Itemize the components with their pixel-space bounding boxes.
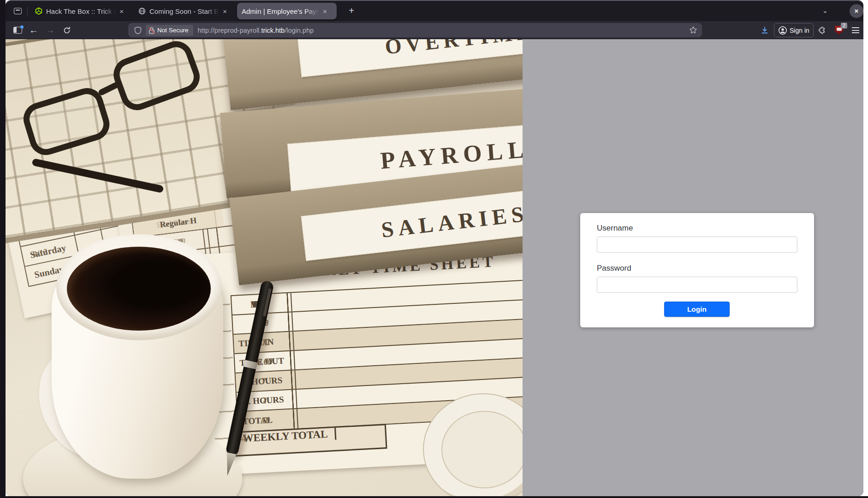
forward-arrow-icon: → bbox=[46, 25, 55, 36]
downloads-button[interactable] bbox=[759, 21, 771, 39]
url-domain: trick.htb bbox=[261, 27, 285, 34]
new-tab-button[interactable]: + bbox=[345, 5, 358, 18]
extensions-button[interactable] bbox=[815, 21, 828, 39]
not-secure-label: Not Secure bbox=[157, 27, 189, 34]
payroll-hero-photo: Tue 9/9 Wednes 9/10 Thursday 9/11 Friday… bbox=[6, 39, 523, 496]
sign-in-label: Sign in bbox=[790, 27, 809, 34]
desktop-edge-bottom bbox=[0, 496, 868, 498]
extension-badge: 2 bbox=[841, 23, 847, 29]
eyeglasses-lens bbox=[19, 84, 113, 159]
menu-bar bbox=[852, 32, 859, 33]
tab-close-icon[interactable]: × bbox=[223, 8, 227, 15]
account-person-icon bbox=[778, 26, 787, 35]
binder-label: OVERTIME bbox=[297, 39, 523, 77]
tab-close-icon[interactable]: × bbox=[323, 8, 327, 15]
tab-close-icon[interactable]: × bbox=[119, 8, 124, 15]
pen-band bbox=[244, 360, 257, 369]
sidebar-toggle-icon[interactable] bbox=[9, 21, 26, 39]
sidebar-rect bbox=[13, 27, 22, 34]
username-input[interactable] bbox=[597, 237, 797, 253]
back-arrow-icon: ← bbox=[29, 25, 38, 36]
globe-icon bbox=[138, 7, 146, 15]
download-icon bbox=[761, 26, 769, 35]
tab-strip: Hack The Box :: Trick Mac × Coming Soon … bbox=[6, 1, 863, 21]
puzzle-piece-icon bbox=[817, 26, 826, 35]
back-button[interactable]: ← bbox=[26, 21, 42, 39]
reload-icon bbox=[63, 26, 71, 35]
login-button[interactable]: Login bbox=[664, 302, 730, 317]
tab-title: Hack The Box :: Trick Mac bbox=[46, 7, 116, 15]
tab-coming-soon[interactable]: Coming Soon - Start Boot × bbox=[134, 3, 232, 19]
url-prefix: http://preprod-payroll. bbox=[198, 27, 262, 34]
eyeglasses-lens bbox=[109, 39, 204, 115]
tab-title: Admin | Employee's Payroll M bbox=[242, 7, 319, 15]
tracking-protection-shield-icon[interactable] bbox=[134, 26, 142, 35]
sidebar-fill bbox=[14, 27, 17, 33]
list-all-tabs-chevron-icon[interactable]: ⌄ bbox=[819, 6, 831, 17]
notification-dot bbox=[20, 25, 24, 29]
menu-bar bbox=[852, 30, 859, 31]
browser-window: Hack The Box :: Trick Mac × Coming Soon … bbox=[6, 0, 863, 496]
insecure-lock-icon bbox=[149, 27, 155, 34]
url-text: http://preprod-payroll.trick.htb/login.p… bbox=[198, 27, 314, 34]
binder-label: SALARIES bbox=[301, 182, 523, 261]
desktop-edge-left bbox=[0, 0, 6, 498]
url-bar[interactable]: Not Secure http://preprod-payroll.trick.… bbox=[128, 23, 702, 37]
sign-in-button[interactable]: Sign in bbox=[774, 23, 814, 37]
menu-button[interactable] bbox=[849, 21, 862, 39]
coffee-surface bbox=[67, 247, 211, 331]
tab-separator bbox=[27, 6, 28, 16]
firefox-view-lid bbox=[16, 10, 20, 11]
forward-button[interactable]: → bbox=[42, 21, 58, 39]
htb-cube-icon bbox=[35, 7, 42, 15]
reload-button[interactable] bbox=[59, 21, 75, 39]
menu-bar bbox=[852, 27, 859, 28]
tab-payroll-admin-active[interactable]: Admin | Employee's Payroll M × bbox=[237, 3, 337, 19]
window-close-button[interactable]: × bbox=[850, 4, 863, 18]
firefox-view-box bbox=[14, 8, 22, 14]
login-card: Username Password Login bbox=[580, 213, 814, 327]
tab-hackthebox[interactable]: Hack The Box :: Trick Mac × bbox=[30, 3, 128, 19]
firefox-view-icon[interactable] bbox=[13, 6, 23, 16]
not-secure-chip[interactable]: Not Secure bbox=[146, 25, 193, 36]
ublock-extension-button[interactable]: 2 bbox=[832, 21, 846, 39]
password-input[interactable] bbox=[597, 277, 797, 293]
username-label: Username bbox=[597, 224, 633, 233]
password-label: Password bbox=[597, 264, 631, 273]
tab-title: Coming Soon - Start Boot bbox=[149, 7, 219, 15]
url-path: /login.php bbox=[285, 27, 314, 34]
navigation-toolbar: ← → Not Secure http://preprod-payroll.tr… bbox=[6, 21, 863, 39]
bookmark-star-icon[interactable] bbox=[689, 26, 697, 34]
plate-inner-ring bbox=[441, 411, 523, 488]
page-content: Tue 9/9 Wednes 9/10 Thursday 9/11 Friday… bbox=[6, 39, 863, 496]
